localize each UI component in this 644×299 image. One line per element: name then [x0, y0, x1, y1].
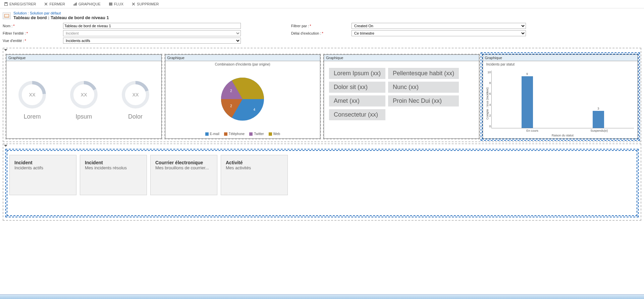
card-header: Graphique	[165, 55, 320, 61]
chart-label: GRAPHIQUE	[78, 2, 101, 6]
stream-tile[interactable]: Courrier électronique Mes brouillons de …	[150, 155, 217, 195]
gauge-dolor: XX Dolor	[120, 80, 151, 120]
filter-entity-select[interactable]: Incident	[63, 30, 241, 36]
close-label: FERMER	[49, 2, 65, 6]
pie-chart: 4 2 2 4	[165, 68, 320, 131]
bar-value: 9	[526, 72, 528, 76]
svg-rect-6	[76, 3, 76, 6]
chart-button[interactable]: GRAPHIQUE	[72, 1, 102, 7]
x-axis-label: Raison du statut	[490, 132, 636, 138]
collapse-toggle-icon[interactable]	[4, 145, 7, 147]
chart-component-tags[interactable]: Graphique Lorem Ipsum (xx) Dolor sit (xx…	[323, 54, 480, 139]
delete-icon	[131, 2, 136, 6]
page-header: Solution : Solution par défaut Tableau d…	[0, 8, 644, 22]
stream-tile[interactable]: Incident Mes incidents résolus	[80, 155, 147, 195]
tag-item[interactable]: Pellentesque habit (xx)	[388, 68, 459, 79]
bar-title: Incidents par statut	[483, 61, 638, 68]
svg-rect-8	[110, 3, 111, 6]
close-icon	[44, 2, 48, 6]
timeframe-select[interactable]: Ce trimestre	[352, 30, 526, 36]
bar-en-cours: 9	[517, 71, 537, 128]
chart-component-pie[interactable]: Graphique Combinaison d'incidents (par o…	[164, 54, 321, 139]
flow-label: FLUX	[114, 2, 123, 6]
card-header: Graphique	[483, 55, 638, 61]
pie-value-email: 4	[254, 108, 256, 112]
tile-title: Incident	[85, 160, 142, 165]
entity-view-label: Vue d'entité :*	[3, 39, 63, 43]
card-header: Graphique	[6, 55, 161, 61]
tag-item[interactable]: Proin Nec Dui (xx)	[388, 95, 459, 106]
collapse-toggle-icon[interactable]	[4, 49, 7, 51]
stream-tile[interactable]: Incident Incidents actifs	[9, 155, 76, 195]
svg-text:XX: XX	[29, 92, 36, 97]
entity-view-select[interactable]: Incidents actifs	[63, 38, 241, 44]
tag-item[interactable]: Dolor sit (xx)	[329, 82, 385, 93]
gauge-label: Dolor	[128, 113, 143, 120]
bar-value: 3	[597, 107, 599, 110]
svg-text:XX: XX	[80, 92, 87, 97]
x-categories: En cours Suspendu(e)	[490, 128, 636, 132]
legend-item: Téléphone	[229, 132, 245, 136]
pie-value-phone: 2	[230, 104, 232, 108]
tile-subtitle: Mes brouillons de courrier...	[155, 165, 212, 170]
pie-legend: E-mail Téléphone Twitter Web	[165, 131, 320, 138]
save-button[interactable]: ENREGISTRER	[3, 1, 37, 7]
dashboard-entity-icon	[3, 12, 11, 19]
timeframe-label: Délai d'exécution :*	[291, 31, 352, 35]
gauge-ring-icon: XX	[17, 80, 47, 110]
solution-breadcrumb: Solution : Solution par défaut	[13, 11, 109, 15]
card-header: Graphique	[324, 55, 479, 61]
tag-item[interactable]: Consectetur (xx)	[329, 109, 385, 120]
pie-value-web: 4	[261, 86, 263, 90]
legend-item: E-mail	[210, 132, 219, 136]
pie-chart-svg	[216, 72, 269, 126]
tile-subtitle: Mes activités	[226, 165, 283, 170]
tag-cloud: Lorem Ipsum (xx) Dolor sit (xx) Amet (xx…	[324, 61, 479, 138]
tile-title: Courrier électronique	[155, 160, 212, 165]
y-ticks: 1086420	[484, 71, 491, 128]
close-button[interactable]: FERMER	[43, 1, 66, 7]
command-bar: ENREGISTRER FERMER GRAPHIQUE FLUX SUPPRI…	[0, 0, 644, 8]
bar-suspendu: 3	[588, 71, 608, 128]
tag-item[interactable]: Lorem Ipsum (xx)	[329, 68, 385, 79]
tile-title: Activité	[226, 160, 283, 165]
delete-label: SUPPRIMER	[137, 2, 159, 6]
flow-button[interactable]: FLUX	[107, 1, 125, 7]
filter-entity-label: Filtrer l'entité :*	[3, 31, 63, 35]
properties-form: Nom :* Filtrer par :* Created On Filtrer…	[0, 22, 644, 46]
tile-subtitle: Incidents actifs	[14, 165, 71, 170]
tag-item[interactable]: Amet (xx)	[329, 95, 385, 106]
delete-button[interactable]: SUPPRIMER	[130, 1, 160, 7]
svg-rect-7	[109, 3, 110, 6]
save-label: ENREGISTRER	[9, 2, 36, 6]
gauge-ipsum: XX Ipsum	[69, 80, 99, 120]
svg-rect-5	[75, 3, 75, 6]
pie-value-twitter: 2	[230, 89, 232, 93]
svg-rect-9	[111, 3, 112, 6]
tiles-section[interactable]: Incident Incidents actifs Incident Mes i…	[3, 143, 641, 221]
filter-by-label: Filtrer par :*	[291, 24, 352, 28]
gauge-label: Lorem	[23, 113, 41, 120]
legend-item: Web	[273, 132, 280, 136]
flow-icon	[109, 2, 113, 6]
name-input[interactable]	[63, 23, 241, 29]
pie-title: Combinaison d'incidents (par origine)	[165, 61, 320, 68]
charts-section[interactable]: Graphique XX Lorem	[3, 48, 641, 142]
tile-subtitle: Mes incidents résolus	[85, 165, 142, 170]
gauge-lorem: XX Lorem	[17, 80, 47, 120]
legend-item: Twitter	[254, 132, 264, 136]
stream-tile[interactable]: Activité Mes activités	[221, 155, 288, 195]
svg-text:XX: XX	[132, 92, 139, 97]
page-title: Tableau de bord : Tableau de bord de niv…	[13, 15, 109, 20]
gauge-ring-icon: XX	[120, 80, 151, 110]
gauge-ring-icon: XX	[69, 80, 99, 110]
chart-component-bar[interactable]: Graphique Incidents par statut Compte : …	[482, 54, 639, 139]
tag-item[interactable]: Nunc (xx)	[388, 82, 459, 93]
gauge-label: Ipsum	[75, 113, 92, 120]
tile-title: Incident	[14, 160, 71, 165]
bar-plot: 1086420 9 3	[491, 71, 634, 128]
filter-by-select[interactable]: Created On	[352, 23, 526, 29]
name-label: Nom :*	[3, 24, 63, 28]
chart-component-gauges[interactable]: Graphique XX Lorem	[5, 54, 162, 139]
chart-icon	[73, 2, 77, 6]
